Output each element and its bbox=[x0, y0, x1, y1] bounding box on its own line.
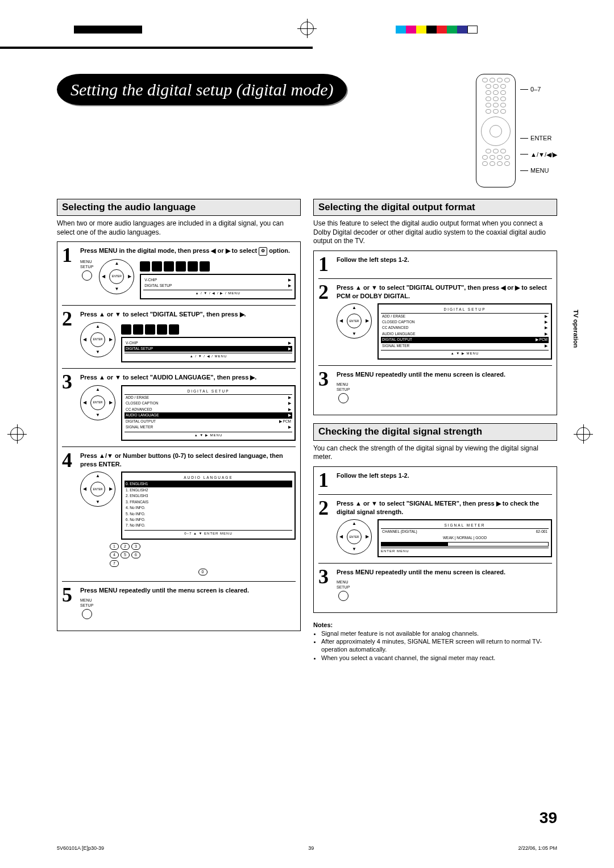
section-heading-audio-language: Selecting the audio language bbox=[57, 199, 301, 216]
intro-signal-strength: You can check the strength of the digita… bbox=[313, 444, 557, 462]
remote-illustration bbox=[476, 74, 516, 187]
crop-marks bbox=[0, 0, 614, 51]
tab-icons bbox=[121, 324, 296, 335]
osd-audio-language: AUDIO LANGUAGE 0. ENGLISH1 1. ENGLISH2 2… bbox=[121, 471, 296, 540]
tab-icons bbox=[140, 261, 296, 272]
dpad-icon: ▲▼◀▶ bbox=[337, 303, 372, 339]
registration-mark-left bbox=[10, 427, 24, 441]
steps-signal-strength: 1Follow the left steps 1-2. 2 Press ▲ or… bbox=[313, 466, 557, 614]
dpad-icon: ▲▼◀▶ bbox=[99, 259, 134, 294]
step-number: 5 bbox=[62, 586, 77, 619]
intro-digital-output: Use this feature to select the digital a… bbox=[313, 219, 557, 246]
dpad-icon: ▲▼◀▶ bbox=[337, 519, 372, 554]
menu-button-icon: MENUSETUP bbox=[337, 382, 350, 403]
side-tab: TV operation bbox=[572, 310, 580, 348]
step-number: 3 bbox=[62, 373, 77, 441]
section-heading-signal-strength: Checking the digital signal strength bbox=[313, 423, 557, 440]
setup-icon: ⚙ bbox=[259, 247, 267, 255]
header-rule bbox=[0, 47, 313, 49]
page-title: Setting the digital setup (digital mode) bbox=[70, 80, 333, 99]
steps-digital-output: 1Follow the left steps 1-2. 2 Press ▲ or… bbox=[313, 251, 557, 416]
signal-bar bbox=[381, 542, 549, 546]
step-number: 2 bbox=[62, 310, 77, 362]
step-number: 4 bbox=[62, 452, 77, 575]
step-number: 1 bbox=[62, 247, 77, 299]
intro-audio-language: When two or more audio languages are inc… bbox=[57, 219, 301, 237]
section-heading-digital-output: Selecting the digital output format bbox=[313, 199, 557, 216]
notes-block: Notes: Signal meter feature is not avail… bbox=[313, 621, 557, 661]
dpad-icon: ▲▼◀▶ bbox=[80, 322, 115, 357]
number-pad-icon: 123 456 7 0 bbox=[110, 543, 296, 575]
page-number: 39 bbox=[540, 808, 557, 828]
dpad-icon: ▲▼◀▶ bbox=[80, 385, 115, 420]
osd-signal-meter: SIGNAL METER CHANNEL (DIGITAL)62-001 WEA… bbox=[377, 519, 552, 557]
registration-mark-right bbox=[576, 427, 590, 441]
osd-screen: V-CHIP▶ DIGITAL SETUP▶ ▲ / ▼ / ◀ / MENU bbox=[121, 337, 296, 363]
osd-screen: V-CHIP▶ DIGITAL SETUP▶ ▲ / ▼ / ◀ / ▶ / M… bbox=[140, 274, 296, 300]
steps-audio-language: 1 Press MENU in the digital mode, then p… bbox=[57, 241, 301, 631]
dpad-icon: ▲▼◀▶ bbox=[80, 471, 115, 507]
footer: 5V60101A [E]p30-39 39 2/22/06, 1:05 PM bbox=[57, 845, 557, 852]
menu-button-icon: MENUSETUP bbox=[80, 598, 93, 619]
menu-button-icon: MENUSETUP bbox=[337, 579, 350, 601]
osd-digital-setup: DIGITAL SETUP ADD / ERASE▶ CLOSED CAPTIO… bbox=[377, 303, 552, 360]
page-title-badge: Setting the digital setup (digital mode) bbox=[57, 74, 347, 105]
osd-digital-setup: DIGITAL SETUP ADD / ERASE▶ CLOSED CAPTIO… bbox=[121, 385, 296, 441]
menu-button-icon: MENUSETUP bbox=[80, 259, 93, 281]
remote-labels: 0–7 ENTER ▲/▼/◀/▶ MENU bbox=[520, 74, 557, 174]
